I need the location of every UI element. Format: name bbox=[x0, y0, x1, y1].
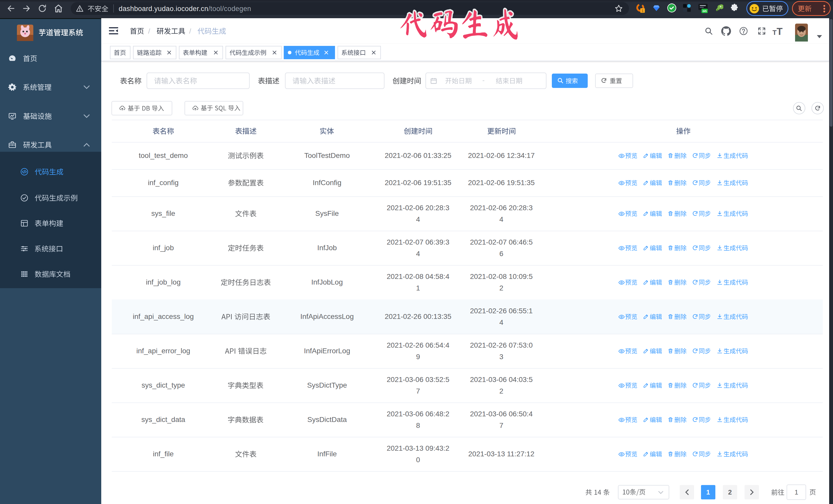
svg-text:on: on bbox=[703, 9, 707, 13]
svg-text:1: 1 bbox=[642, 8, 644, 13]
